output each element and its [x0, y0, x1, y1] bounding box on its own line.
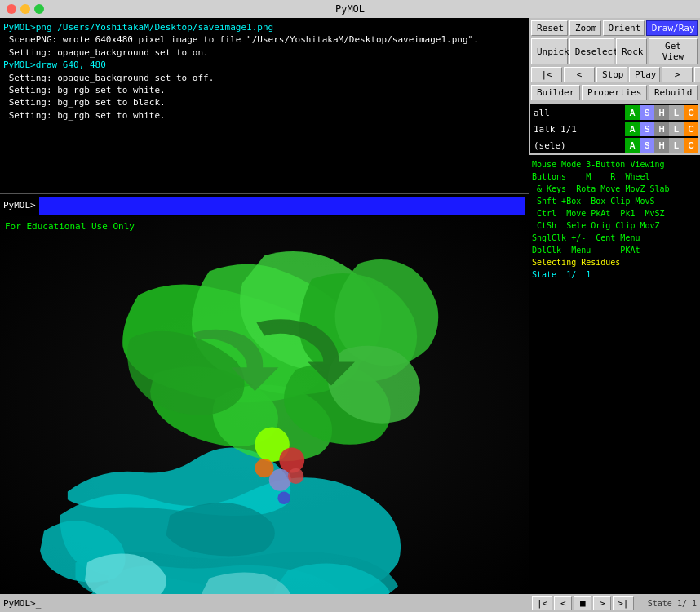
info-panel: Mouse Mode 3-Button Viewing Buttons M R … — [529, 155, 700, 594]
molecule-svg — [0, 216, 529, 594]
bb-stop[interactable]: ■ — [574, 596, 591, 610]
obj-sele-btn-l[interactable]: L — [669, 138, 684, 153]
info-line-1: Mouse Mode 3-Button Viewing — [532, 158, 697, 171]
obj-all-btn-c[interactable]: C — [684, 105, 698, 120]
reset-button[interactable]: Reset — [531, 20, 568, 36]
obj-sele-btn-s[interactable]: S — [640, 138, 654, 153]
properties-button[interactable]: Properties — [582, 85, 647, 100]
bb-rewind[interactable]: |< — [532, 596, 552, 610]
bottom-bar: |< < ■ > >| State 1/ 1 — [529, 594, 700, 612]
bb-prev[interactable]: < — [554, 596, 572, 610]
console-line: PyMOL>draw 640, 480 — [3, 59, 525, 71]
object-name-1alk: 1alk 1/1 — [530, 124, 625, 135]
getview-button[interactable]: Get View — [649, 38, 698, 64]
state-info: State 1/ 1 — [648, 599, 697, 608]
info-line-8: DblClk Menu - PKAt — [532, 244, 697, 256]
drawray-button[interactable]: Draw/Ray — [646, 20, 698, 36]
ligand-sphere-blue — [277, 492, 290, 504]
playback-controls: |< < ■ > >| — [532, 596, 634, 610]
toolbar-row3: |< < Stop Play > >| MClear — [529, 67, 700, 85]
console-line: Setting: bg_rgb set to white. — [3, 109, 525, 122]
ligand-sphere-red2 — [288, 468, 303, 484]
left-bottom-bar: PyMOL>_ — [0, 594, 529, 612]
obj-1alk-btn-h[interactable]: H — [654, 122, 669, 136]
input-area: PyMOL> — [0, 193, 529, 216]
molecule-canvas[interactable] — [0, 216, 529, 594]
console-output: PyMOL>png /Users/YoshitakaM/Desktop/save… — [0, 18, 529, 193]
bottom-prompt: PyMOL>_ — [3, 598, 41, 609]
obj-sele-btn-h[interactable]: H — [654, 138, 669, 153]
command-input[interactable] — [39, 197, 525, 215]
rebuild-button[interactable]: Rebuild — [649, 85, 698, 100]
play-button[interactable]: Play — [629, 67, 660, 82]
info-line-2: Buttons M R Wheel — [532, 171, 697, 183]
ligand-sphere-red — [279, 448, 304, 473]
object-name-all: all — [530, 108, 625, 118]
info-line-5: Ctrl Move PkAt Pk1 MvSZ — [532, 207, 697, 220]
deselect-button[interactable]: Deselect — [569, 38, 614, 64]
rock-button[interactable]: Rock — [616, 38, 647, 64]
minimize-button[interactable] — [20, 4, 30, 14]
object-row-all: all A S H L C — [530, 104, 698, 121]
info-line-10: State 1/ 1 — [532, 268, 697, 281]
toolbar-row2: Unpick Deselect Rock Get View — [529, 38, 700, 67]
fastforward-button[interactable]: >| — [694, 67, 700, 82]
obj-1alk-btn-s[interactable]: S — [640, 122, 654, 136]
educational-label: For Educational Use Only — [5, 221, 135, 232]
toolbar-row4: Builder Properties Rebuild — [529, 85, 700, 103]
orient-button[interactable]: Orient — [603, 20, 645, 36]
bb-play[interactable]: > — [593, 596, 611, 610]
console-line: Setting: bg_rgb set to black. — [3, 96, 525, 109]
close-button[interactable] — [7, 4, 16, 14]
ligand-sphere-orange — [255, 459, 273, 477]
prev-button[interactable]: < — [564, 67, 595, 82]
object-row-1alk: 1alk 1/1 A S H L C — [530, 121, 698, 137]
stop-button[interactable]: Stop — [596, 67, 627, 82]
object-name-sele: (sele) — [530, 140, 625, 151]
obj-all-btn-s[interactable]: S — [640, 105, 654, 120]
title-bar: PyMOL — [0, 0, 700, 18]
console-line: ScenePNG: wrote 640x480 pixel image to f… — [3, 33, 525, 46]
console-line: Setting: opaque_background set to on. — [3, 47, 525, 59]
obj-1alk-btn-l[interactable]: L — [669, 122, 684, 136]
obj-all-btn-l[interactable]: L — [669, 105, 684, 120]
obj-1alk-btn-c[interactable]: C — [684, 122, 698, 136]
console-prompt: PyMOL> — [3, 200, 36, 211]
obj-all-btn-h[interactable]: H — [654, 105, 669, 120]
info-line-9: Selecting Residues — [532, 256, 697, 268]
bb-next[interactable]: >| — [613, 596, 633, 610]
console-line: Setting: opaque_background set to off. — [3, 72, 525, 84]
rewind-button[interactable]: |< — [531, 67, 562, 82]
next-button[interactable]: > — [662, 67, 693, 82]
builder-button[interactable]: Builder — [531, 85, 580, 100]
info-line-4: Shft +Box -Box Clip MovS — [532, 195, 697, 207]
info-line-6: CtSh Sele Orig Clip MovZ — [532, 220, 697, 232]
zoom-button[interactable]: Zoom — [569, 20, 601, 36]
obj-all-btn-a[interactable]: A — [625, 105, 640, 120]
console-line: Setting: bg_rgb set to white. — [3, 84, 525, 96]
window-title: PyMOL — [335, 3, 365, 15]
console-line: PyMOL>png /Users/YoshitakaM/Desktop/save… — [3, 21, 525, 33]
object-list: all A S H L C 1alk 1/1 A S H L C (sele) … — [530, 104, 698, 153]
molecular-viewport[interactable]: For Educational Use Only — [0, 216, 529, 594]
maximize-button[interactable] — [34, 4, 44, 14]
object-row-sele: (sele) A S H L C — [530, 137, 698, 153]
obj-1alk-btn-a[interactable]: A — [625, 122, 640, 136]
right-panel: Reset Zoom Orient Draw/Ray Unpick Desele… — [529, 18, 700, 612]
obj-sele-btn-c[interactable]: C — [684, 138, 698, 153]
obj-sele-btn-a[interactable]: A — [625, 138, 640, 153]
info-line-3: & Keys Rota Move MovZ Slab — [532, 183, 697, 195]
toolbar-row1: Reset Zoom Orient Draw/Ray — [529, 18, 700, 38]
unpick-button[interactable]: Unpick — [531, 38, 568, 64]
info-line-7: SnglClk +/- Cent Menu — [532, 232, 697, 244]
